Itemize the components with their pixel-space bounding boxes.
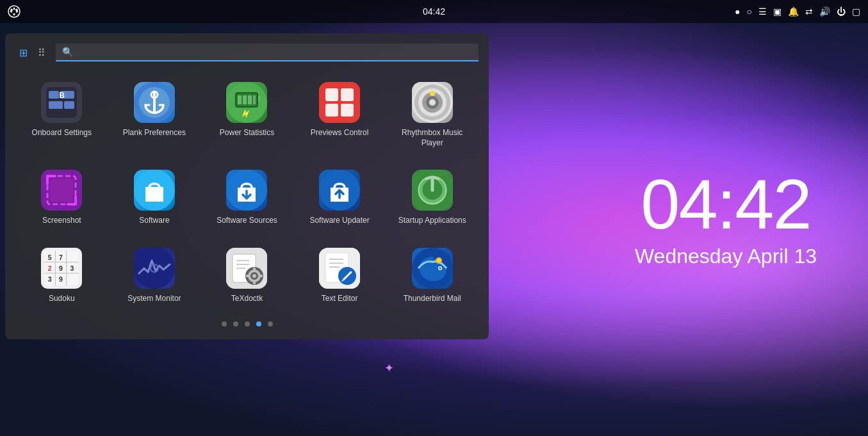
svg-marker-1: [13, 7, 15, 10]
search-input[interactable]: [78, 47, 472, 57]
app-item-startup-applications[interactable]: Startup Applications: [386, 162, 479, 234]
power-icon[interactable]: ⏻: [837, 6, 846, 17]
svg-text:7: 7: [59, 253, 63, 261]
app-item-software-sources[interactable]: Software Sources: [201, 162, 293, 234]
app-icon-software-sources: [226, 170, 267, 211]
app-item-previews-control[interactable]: Previews Control: [293, 74, 386, 156]
app-label-software-sources: Software Sources: [217, 216, 277, 226]
svg-text:9: 9: [59, 275, 63, 283]
svg-point-73: [252, 274, 256, 278]
svg-rect-23: [238, 95, 242, 104]
app-item-screenshot[interactable]: Screenshot: [15, 162, 108, 234]
app-icon-previews-control: [319, 82, 360, 123]
app-icon-system-monitor: [134, 248, 175, 289]
svg-rect-25: [248, 95, 252, 104]
app-icon-text-editor: [319, 248, 360, 289]
panel-right: ● ○ ☰ ▣ 🔔 ⇄ 🔊 ⏻ ▢: [735, 6, 860, 17]
app-item-sudoku[interactable]: 5 7 2 9 3 3 9 Sudoku: [15, 240, 108, 312]
view-toggle: ⊞ ⠿: [15, 44, 49, 61]
app-label-texdoctk: TeXdoctk: [231, 294, 263, 304]
launcher-header: ⊞ ⠿ 🔍: [15, 44, 479, 61]
svg-text:2: 2: [48, 264, 52, 272]
svg-text:3: 3: [70, 264, 74, 272]
notification-icon[interactable]: 🔔: [788, 6, 799, 17]
svg-rect-12: [64, 101, 74, 109]
page-dot-1[interactable]: [222, 321, 227, 327]
app-icon-rhythmbox-music-player: [412, 82, 453, 123]
app-menu-icon[interactable]: [8, 5, 20, 18]
grid-view-button[interactable]: ⊞: [15, 44, 31, 61]
app-icon-texdoctk: [226, 248, 267, 289]
svg-rect-32: [341, 104, 354, 117]
page-dot-5[interactable]: [268, 321, 273, 327]
list-view-button[interactable]: ⠿: [34, 44, 49, 61]
app-item-software-updater[interactable]: Software Updater: [293, 162, 386, 234]
app-item-text-editor[interactable]: Text Editor: [293, 240, 386, 312]
app-icon-startup-applications: [412, 170, 453, 211]
app-launcher: ⊞ ⠿ 🔍 B Onboard Settin: [5, 33, 489, 339]
page-dot-2[interactable]: [233, 321, 238, 327]
app-label-system-monitor: System Monitor: [127, 294, 181, 304]
svg-point-91: [437, 259, 441, 262]
app-item-onboard-settings[interactable]: B Onboard Settings: [15, 74, 108, 156]
svg-rect-29: [325, 88, 338, 101]
app-icon-software: [134, 170, 175, 211]
svg-point-93: [439, 267, 441, 269]
app-label-rhythmbox-music-player: Rhythmbox Music Player: [391, 128, 473, 148]
app-label-startup-applications: Startup Applications: [398, 216, 466, 226]
app-label-sudoku: Sudoku: [49, 294, 75, 304]
network-icon[interactable]: ⇄: [805, 6, 813, 17]
svg-point-38: [429, 99, 436, 106]
panel-left: [8, 5, 20, 18]
app-grid: B Onboard Settings Plank Preferences: [15, 74, 479, 311]
app-icon-thunderbird-mail: [412, 248, 453, 289]
window-icon[interactable]: ▣: [773, 6, 782, 17]
svg-rect-28: [319, 82, 360, 123]
app-icon-onboard-settings: B: [41, 82, 82, 123]
app-item-system-monitor[interactable]: System Monitor: [108, 240, 201, 312]
pagination: [15, 321, 479, 327]
app-label-screenshot: Screenshot: [42, 216, 81, 226]
app-item-rhythmbox-music-player[interactable]: Rhythmbox Music Player: [386, 74, 479, 156]
svg-marker-2: [13, 13, 15, 16]
volume-icon[interactable]: 🔊: [819, 6, 830, 17]
clock-time: 04:42: [635, 168, 817, 239]
page-dot-3[interactable]: [245, 321, 250, 327]
page-dot-4[interactable]: [256, 321, 261, 327]
app-label-text-editor: Text Editor: [322, 294, 358, 304]
app-item-software[interactable]: Software: [108, 162, 201, 234]
app-icon-screenshot: [41, 170, 82, 211]
panel-clock: 04:42: [423, 6, 445, 17]
app-item-texdoctk[interactable]: TeXdoctk: [201, 240, 293, 312]
svg-rect-42: [50, 179, 73, 202]
svg-text:5: 5: [48, 253, 52, 261]
search-icon: 🔍: [62, 47, 73, 57]
svg-text:9: 9: [59, 264, 63, 272]
screen-icon[interactable]: ▢: [852, 6, 860, 17]
indicator-dot-outline: ○: [747, 6, 752, 17]
search-box[interactable]: 🔍: [56, 44, 479, 61]
clock-date: Wednesday April 13: [635, 244, 817, 268]
svg-point-39: [430, 91, 435, 96]
app-item-power-statistics[interactable]: Power Statistics: [201, 74, 293, 156]
svg-rect-9: [49, 91, 59, 99]
svg-rect-31: [325, 104, 338, 117]
app-item-thunderbird-mail[interactable]: Thunderbird Mail: [386, 240, 479, 312]
svg-rect-76: [246, 275, 249, 277]
svg-rect-27: [258, 96, 260, 101]
indicator-dot-filled: ●: [735, 6, 740, 17]
app-icon-power-statistics: [226, 82, 267, 123]
app-item-plank-preferences[interactable]: Plank Preferences: [108, 74, 201, 156]
sparkle-decoration: ✦: [384, 361, 394, 375]
svg-rect-30: [341, 88, 354, 101]
svg-rect-77: [259, 275, 263, 277]
app-icon-sudoku: 5 7 2 9 3 3 9: [41, 248, 82, 289]
menu-lines-icon[interactable]: ☰: [758, 6, 767, 17]
app-label-software: Software: [139, 216, 169, 226]
svg-rect-74: [253, 268, 256, 271]
svg-rect-11: [49, 101, 63, 109]
svg-text:3: 3: [48, 275, 52, 283]
app-label-power-statistics: Power Statistics: [220, 128, 274, 138]
app-label-previews-control: Previews Control: [311, 128, 369, 138]
panel-time: 04:42: [423, 6, 445, 17]
